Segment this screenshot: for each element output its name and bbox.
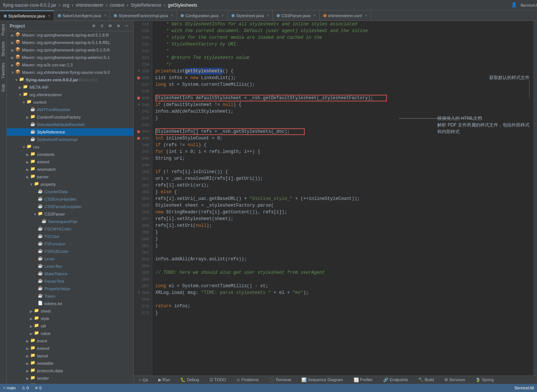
- tree-item[interactable]: ▼ 📁 CSSParser: [7, 210, 133, 218]
- tree-item[interactable]: ▶ 📁 protocols.data: [7, 367, 133, 374]
- tree-item[interactable]: ☕ CSSParseException: [7, 203, 133, 210]
- tab-close[interactable]: ×: [267, 13, 269, 18]
- tree-item[interactable]: ☕ Lexer: [7, 255, 133, 263]
- bottom-tab-todo[interactable]: ☑ TODO: [207, 377, 228, 383]
- code-content[interactable]: * Gets StylesheetInfos for all styleshee…: [152, 21, 533, 376]
- bottom-tab-endpoints[interactable]: 🔗 Endpoints: [381, 377, 410, 383]
- code-line[interactable]: private List getStylesheets() {: [152, 68, 533, 75]
- code-line[interactable]: uri = _uac.resolveURI(refs[i].getUri());: [152, 175, 533, 182]
- tab-close[interactable]: ×: [221, 13, 224, 18]
- code-line[interactable]: refs[i].setStylesheet(sheet);: [152, 216, 533, 222]
- tree-item[interactable]: ☕ MakeTokens: [7, 270, 133, 277]
- code-line[interactable]: refs[i].setUri(uri);: [152, 182, 533, 189]
- tab-close[interactable]: ×: [104, 13, 106, 18]
- status-service[interactable]: ServiceUtil: [514, 386, 534, 390]
- tree-item[interactable]: ☕ AWTFontResolver: [7, 106, 133, 113]
- tree-item[interactable]: ▶ 📁 extend: [7, 158, 133, 166]
- status-warnings[interactable]: ⚠ 0: [22, 386, 29, 391]
- tab-close[interactable]: ×: [365, 13, 367, 18]
- tree-item[interactable]: ▶ 📦 Maven: org.springframework:spring-we…: [7, 46, 133, 54]
- tree-item[interactable]: ▼ 📦 Maven: org.xhtmlrenderer:flying-sauc…: [7, 69, 133, 76]
- bottom-tab-spring[interactable]: 🍃 Spring: [473, 377, 496, 383]
- tree-item[interactable]: ▶ 📁 extend: [7, 345, 133, 352]
- code-line[interactable]: List infos = new LinkedList();: [152, 75, 533, 81]
- tab-naiveuseragent[interactable]: NaiveUserAgent.java ×: [54, 10, 110, 21]
- tree-item[interactable]: ▼ 📁 org.xhtmlrenderer: [7, 91, 133, 98]
- tree-item[interactable]: ▶ 📁 newmatch: [7, 166, 133, 173]
- project-tree[interactable]: ▶ 📦 Maven: org.springframework:spring-te…: [7, 31, 133, 384]
- tree-item[interactable]: ▼ 📁 flying-saucer-core-9.0.2.jar library…: [7, 76, 133, 84]
- code-line[interactable]: int inlineStyleCount = 0;: [152, 135, 533, 142]
- tree-item[interactable]: ▶ 📦 Maven: org.w3c.css:sac:1.3: [7, 61, 133, 69]
- expand-icon[interactable]: ⊞: [106, 22, 114, 30]
- code-line[interactable]: * with the current document. Default (us…: [152, 28, 533, 34]
- tree-item[interactable]: ☕ Lexer.flex: [7, 263, 133, 270]
- code-line[interactable]: StylesheetInfo defaultStylesheet = _nsh.…: [152, 95, 533, 101]
- tree-item[interactable]: ▶ 📁 META-INF: [7, 84, 133, 91]
- code-line[interactable]: return infos;: [152, 303, 533, 310]
- close-icon[interactable]: —: [123, 22, 130, 30]
- code-line[interactable]: *: [152, 48, 533, 54]
- bottom-tab-problems[interactable]: ⚠ Problems: [234, 377, 261, 383]
- tree-item[interactable]: ☕ CounterData: [7, 188, 133, 195]
- bottom-tab-terminal[interactable]: ⬛ Terminal: [267, 377, 293, 383]
- fold-arrow[interactable]: ▼: [138, 101, 140, 108]
- code-line[interactable]: if (! refs[i].isInline()) {: [152, 169, 533, 175]
- tree-item[interactable]: ▶ 📦 Maven: org.springframework:spring-tx…: [7, 39, 133, 46]
- code-line[interactable]: } else {: [152, 189, 533, 195]
- tree-item[interactable]: ☕ FSColor: [7, 233, 133, 240]
- code-line[interactable]: }: [152, 236, 533, 242]
- code-line[interactable]: if (refs != null) {: [152, 142, 533, 148]
- code-line[interactable]: refs[i].setUri(null);: [152, 222, 533, 229]
- code-line[interactable]: */: [152, 61, 533, 68]
- gulp-label[interactable]: Gulp: [0, 81, 6, 95]
- status-git[interactable]: ⑂ main: [3, 386, 16, 390]
- tree-item[interactable]: ☕ FSCMYKColor: [7, 225, 133, 233]
- tab-stylereference[interactable]: StyleReference.java ×: [0, 10, 54, 21]
- tree-item[interactable]: ▶ 📁 style: [7, 315, 133, 322]
- tree-item[interactable]: ▼ 📁 css: [7, 143, 133, 151]
- tree-item[interactable]: ☕ PropertyValue: [7, 285, 133, 292]
- code-line[interactable]: [152, 296, 533, 303]
- tree-item[interactable]: ▶ 📁 event: [7, 337, 133, 345]
- code-line[interactable]: [152, 162, 533, 169]
- tab-stylesheetfactoryimpl[interactable]: StylesheetFactoryImpl.java ×: [110, 10, 177, 21]
- user-icon[interactable]: 👤: [510, 1, 518, 9]
- code-line[interactable]: }: [152, 229, 533, 236]
- code-line[interactable]: * @return The stylesheets value: [152, 54, 533, 61]
- code-line[interactable]: [152, 276, 533, 283]
- tree-item[interactable]: ▶ 📁 newtable: [7, 360, 133, 367]
- fold-arrow[interactable]: ▼: [138, 68, 140, 75]
- code-line[interactable]: * Gets StylesheetInfos for all styleshee…: [152, 21, 533, 28]
- code-line[interactable]: if (defaultStylesheet != null) {: [152, 101, 533, 108]
- tree-item[interactable]: ☕ CSSErrorHandler: [7, 195, 133, 203]
- editor-scrollbar[interactable]: [533, 21, 537, 376]
- code-line[interactable]: long el = System.currentTimeMillis() - s…: [152, 283, 533, 289]
- code-line[interactable]: }: [152, 310, 533, 316]
- tree-item[interactable]: ▶ 📁 util: [7, 322, 133, 330]
- code-line[interactable]: for (int i = 0; i < refs.length; i++) {: [152, 148, 533, 155]
- tree-item[interactable]: ☕ NamespacePair: [7, 218, 133, 225]
- tab-configuration[interactable]: Configuration.java ×: [177, 10, 228, 21]
- code-line[interactable]: refs[i].setUri(_uac.getBaseURL() + "#inl…: [152, 195, 533, 202]
- tab-stylesheet[interactable]: Stylesheet.java ×: [228, 10, 273, 21]
- tree-item[interactable]: ▶ 📁 constants: [7, 151, 133, 158]
- tree-item[interactable]: ▶ 📦 Maven: org.springframework:spring-te…: [7, 31, 133, 39]
- tree-item[interactable]: ☕ StandardAttributeResolver: [7, 121, 133, 128]
- bottom-tab-services[interactable]: ⚙ Services: [442, 377, 467, 383]
- code-line[interactable]: [152, 249, 533, 256]
- tab-close[interactable]: ×: [171, 13, 173, 18]
- bottom-tab-seqdiagram[interactable]: 📊 Sequence Diagram: [299, 377, 345, 383]
- tree-item[interactable]: ▶ 📁 render: [7, 374, 133, 382]
- tree-item[interactable]: ☕ Token: [7, 292, 133, 300]
- code-line[interactable]: // TODO: here we should also get user st…: [152, 269, 533, 276]
- tree-item[interactable]: ☕ ParserTest: [7, 277, 133, 285]
- tab-close[interactable]: ×: [313, 13, 316, 18]
- code-line[interactable]: [152, 263, 533, 269]
- gear-icon[interactable]: ⚙: [115, 22, 122, 30]
- bottom-tab-run[interactable]: ▶ Run: [156, 377, 172, 383]
- code-line[interactable]: Stylesheet sheet = _stylesheetFactory.pa…: [152, 202, 533, 209]
- code-line[interactable]: infos.add(defaultStylesheet);: [152, 108, 533, 115]
- tree-item-stylereference[interactable]: ☕ StyleReference: [7, 128, 133, 136]
- settings-icon[interactable]: ⚙: [90, 22, 97, 30]
